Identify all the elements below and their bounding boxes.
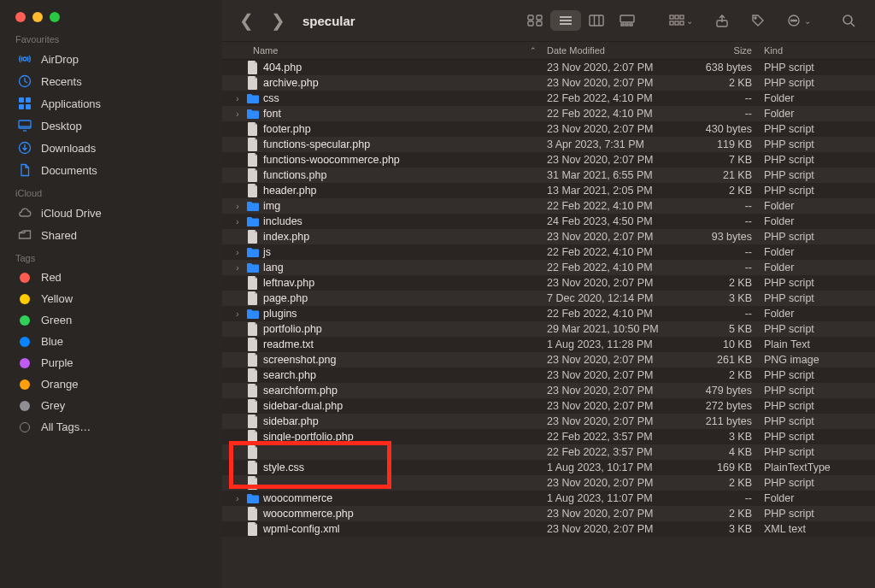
- file-row[interactable]: ›js22 Feb 2022, 4:10 PM--Folder: [222, 244, 875, 260]
- file-row[interactable]: page.php7 Dec 2020, 12:14 PM3 KBPHP scri…: [222, 291, 875, 306]
- file-size: 2 KB: [692, 277, 760, 289]
- file-name: font: [263, 108, 281, 120]
- file-row[interactable]: index.php23 Nov 2020, 2:07 PM93 bytesPHP…: [222, 229, 875, 244]
- file-icon: [246, 291, 260, 305]
- sidebar-item[interactable]: Documents: [15, 159, 207, 181]
- file-row[interactable]: 22 Feb 2022, 3:57 PM4 KBPHP script: [222, 444, 875, 460]
- file-size: 7 KB: [692, 154, 760, 166]
- sidebar-item[interactable]: Desktop: [15, 115, 207, 137]
- file-row[interactable]: header.php13 Mar 2021, 2:05 PM2 KBPHP sc…: [222, 183, 875, 198]
- file-row[interactable]: style.css1 Aug 2023, 10:17 PM169 KBPlain…: [222, 460, 875, 475]
- file-row[interactable]: woocommerce.php23 Nov 2020, 2:07 PM2 KBP…: [222, 506, 875, 521]
- file-row[interactable]: ›font22 Feb 2022, 4:10 PM--Folder: [222, 106, 875, 121]
- disclosure-triangle[interactable]: ›: [232, 217, 243, 226]
- sidebar-item[interactable]: Green: [15, 309, 207, 331]
- disclosure-triangle[interactable]: ›: [232, 202, 243, 211]
- column-kind[interactable]: Kind: [760, 45, 865, 56]
- svg-rect-2: [19, 97, 24, 103]
- file-size: --: [692, 200, 760, 212]
- file-icon: [246, 322, 260, 336]
- close-window-button[interactable]: [15, 12, 26, 22]
- file-row[interactable]: functions.php31 Mar 2021, 6:55 PM21 KBPH…: [222, 168, 875, 183]
- file-row[interactable]: readme.txt1 Aug 2023, 11:28 PM10 KBPlain…: [222, 337, 875, 352]
- file-row[interactable]: sidebar-dual.php23 Nov 2020, 2:07 PM272 …: [222, 398, 875, 414]
- file-row[interactable]: portfolio.php29 Mar 2021, 10:50 PM5 KBPH…: [222, 321, 875, 337]
- sidebar-item[interactable]: Red: [15, 267, 207, 288]
- column-date[interactable]: Date Modified: [547, 45, 692, 56]
- disclosure-triangle[interactable]: ›: [232, 494, 243, 503]
- sidebar-item[interactable]: Yellow: [15, 288, 207, 309]
- file-row[interactable]: archive.php23 Nov 2020, 2:07 PM2 KBPHP s…: [222, 75, 875, 91]
- file-name: screenshot.png: [263, 354, 336, 366]
- sidebar-item[interactable]: Applications: [15, 92, 207, 115]
- file-row[interactable]: leftnav.php23 Nov 2020, 2:07 PM2 KBPHP s…: [222, 275, 875, 291]
- disclosure-triangle[interactable]: ›: [232, 263, 243, 273]
- file-kind: Folder: [760, 215, 865, 227]
- file-row[interactable]: functions-woocommerce.php23 Nov 2020, 2:…: [222, 152, 875, 168]
- file-row[interactable]: ›plugins22 Feb 2022, 4:10 PM--Folder: [222, 306, 875, 321]
- back-button[interactable]: ❮: [234, 10, 259, 31]
- file-row[interactable]: 404.php23 Nov 2020, 2:07 PM638 bytesPHP …: [222, 60, 875, 75]
- file-size: 3 KB: [692, 292, 760, 304]
- file-row[interactable]: search.php23 Nov 2020, 2:07 PM2 KBPHP sc…: [222, 368, 875, 383]
- svg-rect-12: [528, 21, 533, 26]
- file-name: woocommerce: [263, 492, 332, 504]
- fullscreen-window-button[interactable]: [50, 12, 60, 22]
- gallery-view-button[interactable]: [612, 10, 643, 31]
- sidebar-item-label: iCloud Drive: [41, 207, 102, 220]
- svg-rect-23: [630, 24, 632, 26]
- column-view-button[interactable]: [581, 10, 612, 31]
- file-row[interactable]: ›includes24 Feb 2023, 4:50 PM--Folder: [222, 214, 875, 229]
- sidebar-item[interactable]: Grey: [15, 395, 207, 416]
- disclosure-triangle[interactable]: ›: [232, 109, 243, 119]
- sidebar-item[interactable]: AirDrop: [15, 48, 207, 70]
- file-row[interactable]: sidebar.php23 Nov 2020, 2:07 PM211 bytes…: [222, 414, 875, 429]
- column-name[interactable]: Name⌃: [232, 45, 547, 56]
- file-row[interactable]: 23 Nov 2020, 2:07 PM2 KBPHP script: [222, 475, 875, 491]
- disclosure-triangle[interactable]: ›: [232, 309, 243, 319]
- file-row[interactable]: ›img22 Feb 2022, 4:10 PM--Folder: [222, 198, 875, 214]
- file-kind: PHP script: [760, 431, 865, 443]
- icon-view-button[interactable]: [520, 10, 550, 31]
- file-row[interactable]: single-portfolio.php22 Feb 2022, 3:57 PM…: [222, 429, 875, 444]
- share-button[interactable]: [708, 9, 737, 32]
- search-button[interactable]: [834, 9, 863, 32]
- sidebar-item[interactable]: Downloads: [15, 137, 207, 159]
- sidebar-item-label: Red: [41, 271, 62, 284]
- file-size: --: [692, 308, 760, 320]
- file-row[interactable]: functions-specular.php3 Apr 2023, 7:31 P…: [222, 137, 875, 152]
- sidebar-item[interactable]: Orange: [15, 373, 207, 395]
- sidebar-item[interactable]: Blue: [15, 331, 207, 352]
- file-row[interactable]: ›lang22 Feb 2022, 4:10 PM--Folder: [222, 260, 875, 275]
- sidebar-section-header: Tags: [15, 253, 207, 263]
- file-kind: Folder: [760, 246, 865, 258]
- minimize-window-button[interactable]: [32, 12, 43, 22]
- file-row[interactable]: searchform.php23 Nov 2020, 2:07 PM479 by…: [222, 383, 875, 398]
- column-size[interactable]: Size: [692, 45, 760, 56]
- file-row[interactable]: ›woocommerce1 Aug 2023, 11:07 PM--Folder: [222, 491, 875, 506]
- sidebar-item[interactable]: iCloud Drive: [15, 202, 207, 224]
- sidebar-item[interactable]: All Tags…: [15, 416, 207, 438]
- file-date: 22 Feb 2022, 4:10 PM: [547, 92, 692, 104]
- file-row[interactable]: footer.php23 Nov 2020, 2:07 PM430 bytesP…: [222, 121, 875, 137]
- action-button[interactable]: ⌄: [779, 9, 819, 32]
- tag-dot-icon: [17, 358, 32, 368]
- file-row[interactable]: screenshot.png23 Nov 2020, 2:07 PM261 KB…: [222, 352, 875, 368]
- svg-rect-24: [670, 15, 673, 19]
- sidebar-item[interactable]: Shared: [15, 224, 207, 246]
- file-icon: [246, 384, 260, 397]
- file-date: 23 Nov 2020, 2:07 PM: [547, 354, 692, 366]
- file-name: functions.php: [263, 169, 326, 181]
- tags-button[interactable]: [743, 9, 772, 32]
- group-button[interactable]: ⌄: [661, 10, 701, 31]
- disclosure-triangle[interactable]: ›: [232, 94, 243, 103]
- file-row[interactable]: wpml-config.xml23 Nov 2020, 2:07 PM3 KBX…: [222, 521, 875, 537]
- sidebar-item-label: Desktop: [41, 120, 82, 132]
- sidebar-item[interactable]: Recents: [15, 70, 207, 92]
- file-row[interactable]: ›css22 Feb 2022, 4:10 PM--Folder: [222, 91, 875, 106]
- disclosure-triangle[interactable]: ›: [232, 248, 243, 257]
- list-view-button[interactable]: [550, 10, 581, 31]
- sidebar-item[interactable]: Purple: [15, 352, 207, 373]
- file-kind: PHP script: [760, 123, 865, 135]
- forward-button[interactable]: ❯: [266, 10, 291, 31]
